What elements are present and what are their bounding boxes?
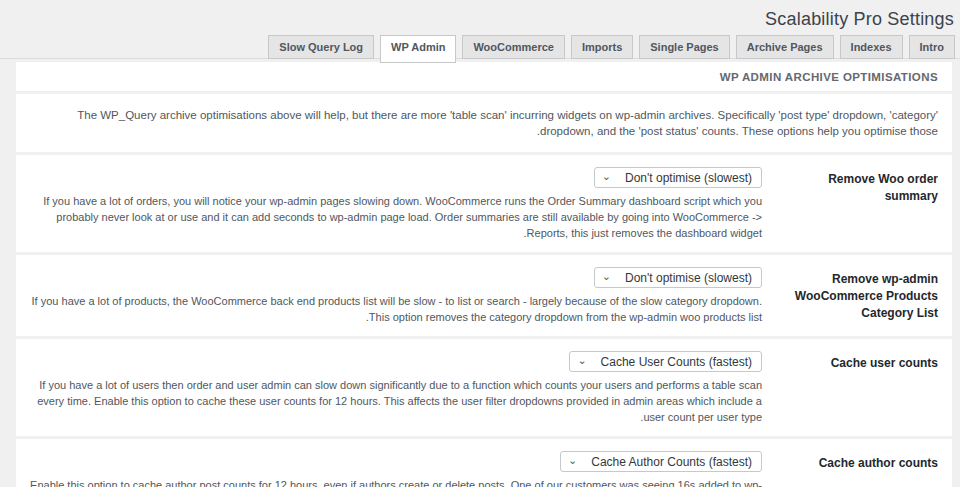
remove-woo-order-summary-select[interactable]: Don't optimise (slowest) ⌄ <box>594 167 762 188</box>
tab-bar: Slow Query Log WP Admin WooCommerce Impo… <box>0 35 960 59</box>
select-value: Don't optimise (slowest) <box>625 271 752 285</box>
page-header: Scalability Pro Settings <box>0 0 960 35</box>
setting-field: Cache User Counts (fastest) ⌄ If you hav… <box>30 351 762 425</box>
chevron-down-icon: ⌄ <box>602 171 611 181</box>
tab-slow-query-log[interactable]: Slow Query Log <box>268 35 374 59</box>
tab-imports[interactable]: Imports <box>571 35 633 59</box>
setting-label: Remove wp-admin WooCommerce Products Cat… <box>786 267 938 325</box>
scalability-pro-settings-page: Scalability Pro Settings Slow Query Log … <box>0 0 960 487</box>
setting-field: Don't optimise (slowest) ⌄ If you have a… <box>30 267 762 325</box>
remove-products-category-list-select[interactable]: Don't optimise (slowest) ⌄ <box>594 267 762 288</box>
select-value: Cache User Counts (fastest) <box>601 355 752 369</box>
chevron-down-icon: ⌄ <box>602 271 611 281</box>
tab-archive-pages[interactable]: Archive Pages <box>736 35 834 59</box>
select-value: Don't optimise (slowest) <box>625 171 752 185</box>
setting-description: If you have a lot of products, the WooCo… <box>30 293 762 325</box>
section-heading-box: WP ADMIN ARCHIVE OPTIMISATIONS <box>16 62 952 91</box>
chevron-down-icon: ⌄ <box>568 455 577 465</box>
section-heading: WP ADMIN ARCHIVE OPTIMISATIONS <box>30 71 938 83</box>
chevron-down-icon: ⌄ <box>577 355 586 365</box>
section-intro-text: The WP_Query archive optimisations above… <box>30 107 938 139</box>
tab-wp-admin[interactable]: WP Admin <box>380 35 456 63</box>
cache-user-counts-select[interactable]: Cache User Counts (fastest) ⌄ <box>569 351 762 372</box>
page-title: Scalability Pro Settings <box>0 9 954 30</box>
tab-indexes[interactable]: Indexes <box>840 35 903 59</box>
setting-field: Cache Author Counts (fastest) ⌄ Enable t… <box>30 451 762 487</box>
select-value: Cache Author Counts (fastest) <box>591 455 752 469</box>
tab-woocommerce[interactable]: WooCommerce <box>462 35 564 59</box>
setting-label: Remove Woo order summary <box>786 167 938 241</box>
setting-label: Cache user counts <box>786 351 938 425</box>
settings-content: WP ADMIN ARCHIVE OPTIMISATIONS The WP_Qu… <box>16 62 952 487</box>
cache-author-counts-select[interactable]: Cache Author Counts (fastest) ⌄ <box>560 451 762 472</box>
setting-description: If you have a lot of orders, you will no… <box>30 193 762 241</box>
setting-description: If you have a lot of users then order an… <box>30 377 762 425</box>
setting-row-remove-products-category-list: Remove wp-admin WooCommerce Products Cat… <box>16 255 952 336</box>
setting-field: Don't optimise (slowest) ⌄ If you have a… <box>30 167 762 241</box>
setting-description: Enable this option to cache author post … <box>30 477 762 487</box>
setting-row-cache-author-counts: Cache author counts Cache Author Counts … <box>16 439 952 487</box>
setting-label: Cache author counts <box>786 451 938 487</box>
tab-single-pages[interactable]: Single Pages <box>639 35 729 59</box>
setting-row-remove-woo-order-summary: Remove Woo order summary Don't optimise … <box>16 155 952 252</box>
tab-intro[interactable]: Intro <box>909 35 955 59</box>
setting-row-cache-user-counts: Cache user counts Cache User Counts (fas… <box>16 339 952 436</box>
section-intro-box: The WP_Query archive optimisations above… <box>16 94 952 152</box>
